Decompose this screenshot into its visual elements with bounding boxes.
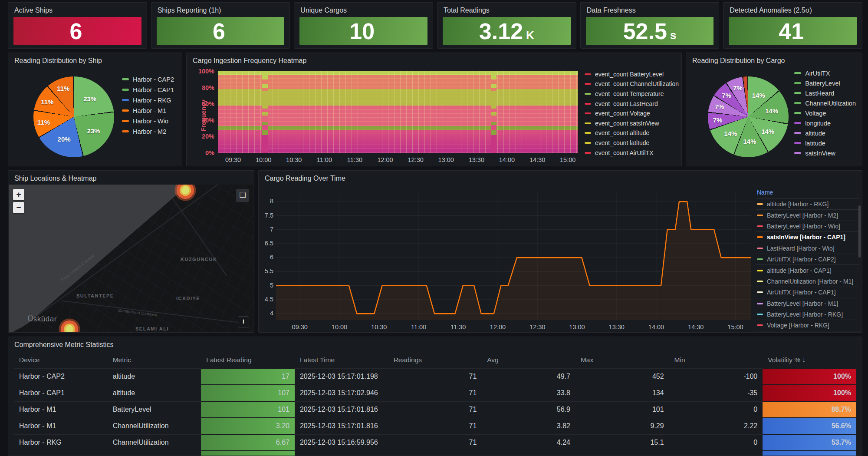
stat-value: 3.12 [479,17,523,46]
map-zoom-in-button[interactable]: + [13,189,24,200]
legend-item[interactable]: event_count ChannelUtilization [585,79,679,89]
legend-item[interactable]: latitude [794,139,856,148]
table-column-header[interactable]: Metric [108,352,201,368]
legend-scrollbar-thumb[interactable] [858,205,861,258]
panel-title[interactable]: Detected Anomalies (2.5σ) [723,3,862,15]
table-column-header[interactable]: Volatility % ↓ [763,352,856,368]
timeseries-legend-item[interactable]: BatteryLevel [Harbor - RKG] [756,309,859,320]
stat-value: 6 [69,17,82,46]
legend-item[interactable]: Harbor - M1 [122,106,174,115]
panel-title[interactable]: Cargo Ingestion Frequency Heatmap [187,53,681,66]
legend-label: LastHeard [Harbor - Wio] [767,245,835,252]
panel-title[interactable]: Reading Distribution by Cargo [686,53,862,66]
panel-title[interactable]: Reading Distribution by Ship [8,53,182,66]
legend-item[interactable]: Harbor - RKG [122,96,174,105]
timeseries-legend-item[interactable]: LastHeard [Harbor - Wio] [756,243,859,254]
panel-title[interactable]: Ships Reporting (1h) [151,3,290,15]
legend-item[interactable]: event_count latitude [585,138,679,148]
legend-item[interactable]: LastHeard [794,89,856,98]
panel-title[interactable]: Comprehensive Metric Statistics [8,337,862,350]
legend-item[interactable]: BatteryLevel [794,79,856,88]
pie-chart-cargo: 14%14%14%14%14%7%7%7%7% [708,76,789,157]
legend-scrollbar[interactable] [858,190,861,320]
legend-item[interactable]: ChannelUtilization [794,99,856,108]
legend-name-header[interactable]: Name [756,188,859,198]
table-column-header[interactable]: Max [575,352,669,368]
timeseries-legend-item[interactable]: BatteryLevel [Harbor - M2] [756,209,859,220]
heatmap-x-tick: 14:00 [497,156,517,163]
panel-title[interactable]: Ship Locations & Heatmap [8,171,254,183]
timeseries-legend-item[interactable]: altitude [Harbor - CAP1] [756,264,859,275]
legend-color-chip [585,152,591,154]
table-row: Harbor - RKGChannelUtilization6.672025-1… [14,434,856,451]
metric-statistics-table: DeviceMetricLatest ReadingLatest TimeRea… [14,352,856,456]
map-info-icon[interactable]: i [238,316,249,327]
timeseries-legend-item[interactable]: AirUtilTX [Harbor - CAP2] [756,254,859,264]
table-cell: 100% [763,385,856,401]
table-column-header[interactable]: Latest Time [295,352,388,368]
legend-item[interactable]: event_count Voltage [585,109,679,118]
panel-comprehensive-metric-statistics: Comprehensive Metric Statistics DeviceMe… [8,337,862,456]
legend-item[interactable]: Harbor - CAP2 [122,75,174,84]
legend-item[interactable]: Harbor - CAP1 [122,85,174,94]
table-cell: ChannelUtilization [108,434,201,451]
geomap[interactable]: KUZGUNCUKSULTANTEPEICADIYEÜsküdarSELAMI … [9,185,253,332]
legend-color-chip [585,142,591,144]
legend-color-chip [757,314,763,315]
timeseries-y-tick: 7 [260,226,273,233]
legend-item[interactable]: event_count altitude [585,129,679,138]
legend-item[interactable]: longitude [794,119,856,128]
table-column-header[interactable]: Device [14,352,108,368]
table-cell: -35 [669,385,763,401]
legend-item[interactable]: event_count satsInView [585,119,679,128]
table-cell: 2025-12-03 15:17:01.816 [295,401,388,418]
map-layers-icon[interactable]: ❏ [236,189,249,202]
timeseries-legend-item[interactable]: Temperature [Harbor - CAP1] [756,331,859,333]
legend-item[interactable]: altitude [794,129,856,138]
legend-label: altitude [805,130,825,137]
legend-item[interactable]: event_count AirUtilTX [585,148,679,158]
legend-label: Harbor - M1 [133,107,166,114]
timeseries-legend-item[interactable]: Voltage [Harbor - RKG] [756,320,859,330]
stat-value-box: 52.5 s [586,17,714,45]
timeseries-legend-item[interactable]: ChannelUtilization [Harbor - M1] [756,276,859,287]
timeseries-x-tick: 15:00 [725,324,746,330]
legend-item[interactable]: event_count LastHeard [585,99,679,109]
table-column-header[interactable]: Avg [482,352,575,368]
table-cell: BatteryLevel [108,401,201,418]
map-zoom-out-button[interactable]: − [13,202,24,213]
legend-item[interactable]: AirUtilTX [794,69,856,78]
panel-title[interactable]: Total Readings [437,3,576,15]
timeseries-legend-item[interactable]: BatteryLevel [Harbor - M1] [756,298,859,309]
legend-label: ChannelUtilization [Harbor - M1] [767,278,853,285]
timeseries-legend-item[interactable]: AirUtilTX [Harbor - CAP1] [756,287,859,297]
timeseries-legend-item[interactable]: BatteryLevel [Harbor - Wio] [756,221,859,231]
panel-title[interactable]: Unique Cargos [294,3,433,15]
table-column-header[interactable]: Latest Reading [201,352,295,368]
timeseries-x-tick: 10:30 [368,324,390,330]
legend-label: event_count Voltage [595,110,650,117]
timeseries-legend-item[interactable]: satsInView [Harbor - CAP1] [756,231,859,242]
legend-color-chip [794,142,801,144]
legend-item[interactable]: Harbor - Wio [122,116,174,126]
legend-item[interactable]: Harbor - M2 [122,127,174,136]
table-column-header[interactable]: Min [669,352,763,368]
timeseries-legend-item[interactable]: altitude [Harbor - RKG] [756,198,859,209]
heatmap-grid [218,71,578,153]
pie-chart-ship: 23%23%20%11%11%11% [33,76,114,157]
legend-label: AirUtilTX [Harbor - CAP1] [767,289,836,296]
table-cell: 452 [575,368,669,385]
panel-title[interactable]: Data Freshness [581,3,719,15]
table-cell: altitude [108,368,201,385]
stat-value-box: 41 [729,17,857,45]
panel-title[interactable]: Cargo Reading Over Time [259,171,862,183]
legend-item[interactable]: event_count BatteryLevel [585,69,679,79]
table-row: Harbor - M1ChannelUtilization3.202025-12… [14,418,856,434]
legend-item[interactable]: Voltage [794,109,856,118]
legend-item[interactable]: event_count Temperature [585,89,679,99]
panel-title[interactable]: Active Ships [8,3,147,15]
stat-panel-ships-reporting: Ships Reporting (1h) 6 [151,2,290,49]
table-column-header[interactable]: Readings [388,352,482,368]
legend-label: Voltage [Harbor - RKG] [767,322,829,329]
legend-item[interactable]: satsInView [794,149,856,158]
